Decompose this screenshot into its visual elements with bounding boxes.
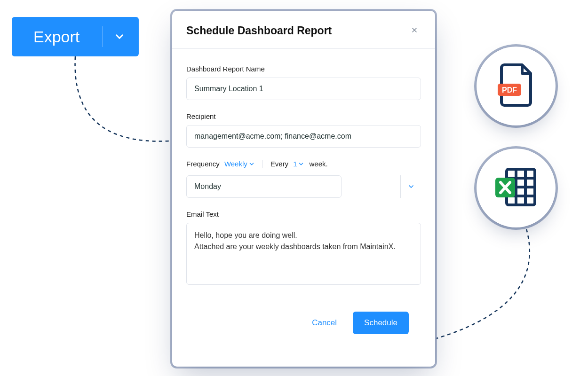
- export-button[interactable]: Export: [12, 17, 139, 56]
- cancel-button[interactable]: Cancel: [304, 313, 344, 333]
- excel-file-icon: [493, 166, 539, 210]
- frequency-value: Weekly: [224, 160, 247, 168]
- export-button-label: Export: [33, 28, 79, 46]
- excel-export-badge: [477, 149, 556, 227]
- pdf-export-badge: PDF: [477, 47, 556, 125]
- email-text-label: Email Text: [186, 210, 421, 218]
- modal-header: Schedule Dashboard Report: [172, 11, 435, 49]
- chevron-down-icon: [400, 175, 421, 198]
- report-name-field: Dashboard Report Name: [186, 65, 421, 100]
- frequency-dropdown[interactable]: Weekly: [224, 160, 255, 168]
- modal-body: Dashboard Report Name Recipient Frequenc…: [172, 49, 435, 345]
- every-value: 1: [293, 160, 297, 168]
- modal-footer: Cancel Schedule: [186, 301, 421, 345]
- email-text-input[interactable]: [186, 223, 421, 285]
- frequency-separator: [262, 160, 263, 168]
- chevron-down-icon: [113, 31, 126, 43]
- pdf-badge-label: PDF: [502, 86, 517, 94]
- frequency-row: Frequency Weekly Every 1 week.: [186, 160, 421, 168]
- every-suffix: week.: [309, 160, 327, 168]
- recipient-label: Recipient: [186, 112, 421, 120]
- report-name-input[interactable]: [186, 78, 421, 100]
- close-icon[interactable]: [408, 23, 421, 38]
- day-select-wrap: Monday: [186, 175, 421, 198]
- recipient-input[interactable]: [186, 125, 421, 148]
- day-select[interactable]: Monday: [186, 175, 342, 198]
- schedule-button[interactable]: Schedule: [353, 312, 409, 334]
- modal-title: Schedule Dashboard Report: [186, 24, 332, 37]
- report-name-label: Dashboard Report Name: [186, 65, 421, 73]
- frequency-label: Frequency: [186, 160, 220, 168]
- pdf-file-icon: PDF: [497, 63, 535, 109]
- schedule-report-modal: Schedule Dashboard Report Dashboard Repo…: [172, 11, 435, 367]
- every-dropdown[interactable]: 1: [293, 160, 304, 168]
- every-label: Every: [270, 160, 288, 168]
- recipient-field: Recipient: [186, 112, 421, 148]
- export-button-divider: [103, 26, 103, 47]
- email-text-field: Email Text: [186, 210, 421, 287]
